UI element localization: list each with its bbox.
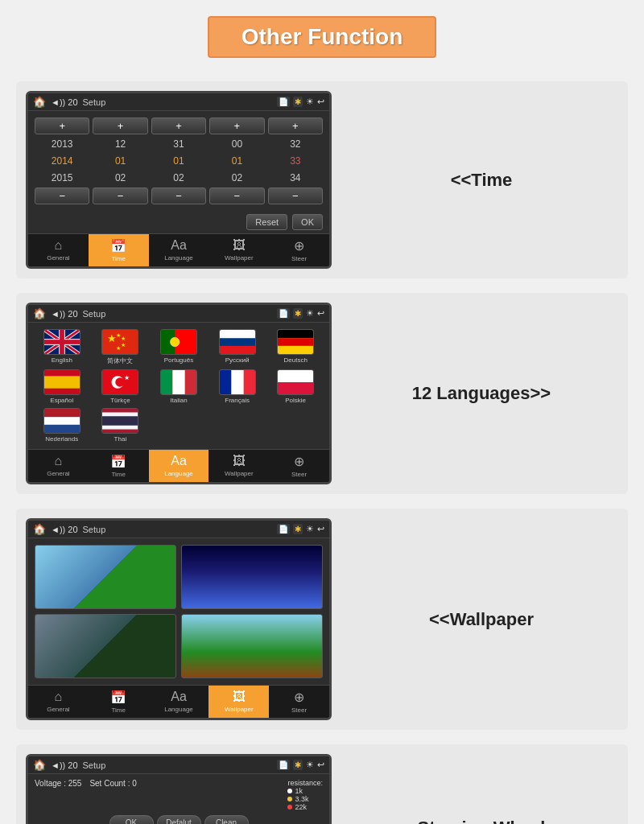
steer-resistance: resistance: 1k 3.3k 22k <box>287 779 323 811</box>
lang-thai[interactable]: Thai <box>93 408 148 443</box>
nav-steer-lang[interactable]: ⊕ Steer <box>269 450 329 482</box>
nav-wallpaper-lang-label: Wallpaper <box>225 470 254 477</box>
svg-rect-31 <box>161 370 172 395</box>
lang-english[interactable]: English <box>35 329 89 365</box>
dot-1k <box>287 789 292 793</box>
home-icon3[interactable]: 🏠 <box>33 523 46 535</box>
status-icons3: 📄 ✱ ☀ ↩ <box>277 524 324 534</box>
day-down[interactable]: − <box>151 187 206 204</box>
time-label: <<Time <box>345 170 618 191</box>
home-icon[interactable]: 🏠 <box>33 96 46 108</box>
hour-next: 02 <box>209 171 264 185</box>
calendar-icon: 📅 <box>110 238 126 253</box>
lang-polish[interactable]: Polskie <box>268 369 323 404</box>
nav-wallpaper-wp[interactable]: 🖼 Wallpaper <box>208 686 269 718</box>
home-icon4[interactable]: 🏠 <box>33 759 46 771</box>
lang-topbar: 🏠 ◄)) 20 Setup 📄 ✱ ☀ ↩ <box>28 305 329 323</box>
sd-icon4: 📄 <box>277 760 290 770</box>
svg-text:★: ★ <box>124 374 130 381</box>
brightness-icon3[interactable]: ☀ <box>306 524 314 534</box>
nav-wallpaper-lang[interactable]: 🖼 Wallpaper <box>208 450 269 482</box>
flag-china: ★ ★ ★ ★ ★ <box>101 329 138 355</box>
nav-steer[interactable]: ⊕ Steer <box>269 234 329 266</box>
flag-turkey: ★ <box>101 369 138 395</box>
brightness-icon[interactable]: ☀ <box>306 97 314 107</box>
wallpaper-4[interactable] <box>181 614 323 678</box>
nav-wallpaper[interactable]: 🖼 Wallpaper <box>208 234 269 266</box>
nav-language-lang[interactable]: Aa Language <box>149 450 209 482</box>
reset-button[interactable]: Reset <box>246 214 287 230</box>
nav-steer-wp[interactable]: ⊕ Steer <box>269 686 329 718</box>
wallpaper-3[interactable] <box>35 614 176 678</box>
min-down[interactable]: − <box>268 187 323 204</box>
flag-russia <box>219 329 256 355</box>
wp-topbar: 🏠 ◄)) 20 Setup 📄 ✱ ☀ ↩ <box>28 521 329 538</box>
wallpaper-1[interactable] <box>35 545 176 609</box>
flag-uk <box>43 329 80 355</box>
back-icon2[interactable]: ↩ <box>317 308 324 319</box>
time-topbar: 🏠 ◄)) 20 Setup 📄 ✱ ☀ ↩ <box>28 93 329 111</box>
clean-button[interactable]: Clean <box>204 815 249 824</box>
svg-rect-32 <box>172 370 184 395</box>
nav-time-lang[interactable]: 📅 Time <box>89 450 149 482</box>
month-up[interactable]: + <box>93 117 147 134</box>
lang-spanish-label: Español <box>50 397 73 404</box>
day-col: + 31 01 02 − <box>151 117 206 204</box>
volume-icon4: ◄)) 20 <box>51 760 78 770</box>
wallpaper-2[interactable] <box>181 545 323 609</box>
day-up[interactable]: + <box>151 117 206 134</box>
status-icons4: 📄 ✱ ☀ ↩ <box>277 760 324 770</box>
year-col: + 2013 2014 2015 − <box>35 117 89 204</box>
nav-time-wp-label: Time <box>111 707 125 714</box>
nav-time-wp[interactable]: 📅 Time <box>89 686 149 718</box>
nav-language-wp[interactable]: Aa Language <box>149 686 209 718</box>
steer-info-row: Voltage : 255 Set Count : 0 resistance: … <box>35 779 323 811</box>
steer-info-left: Voltage : 255 Set Count : 0 <box>35 779 137 788</box>
lang-spanish[interactable]: Español <box>35 369 89 404</box>
ok-steer-button[interactable]: OK <box>109 815 154 824</box>
lang-dutch[interactable]: Nederlands <box>35 408 89 443</box>
wallpaper-label: <<Wallpaper <box>345 609 618 630</box>
time-grid: + 2013 2014 2015 − + 12 01 02 − + 31 01 … <box>28 111 329 211</box>
hour-down[interactable]: − <box>209 187 264 204</box>
default-button[interactable]: Defalut <box>157 815 201 824</box>
nav-time[interactable]: 📅 Time <box>89 234 149 266</box>
nav-language[interactable]: Aa Language <box>149 234 209 266</box>
flag-thailand <box>101 408 138 434</box>
back-icon3[interactable]: ↩ <box>317 524 324 534</box>
lang-russian[interactable]: Русский <box>210 329 265 365</box>
lang-italian[interactable]: Italian <box>151 369 206 404</box>
nav-general-wp[interactable]: ⌂ General <box>28 686 89 718</box>
nav-general[interactable]: ⌂ General <box>28 234 89 266</box>
wp-nav-bar: ⌂ General 📅 Time Aa Language 🖼 Wallpaper… <box>28 685 329 718</box>
back-icon[interactable]: ↩ <box>317 97 324 107</box>
nav-steer-lang-label: Steer <box>291 471 307 478</box>
lang-portuguese[interactable]: Português <box>151 329 206 365</box>
lang-turkish[interactable]: ★ Türkçe <box>93 369 148 404</box>
year-down[interactable]: − <box>35 187 89 204</box>
wallpaper-icon2: 🖼 <box>233 454 246 468</box>
home-icon2[interactable]: 🏠 <box>33 307 46 319</box>
dot-3k <box>287 797 292 801</box>
ok-button[interactable]: OK <box>292 214 323 230</box>
brightness-icon2[interactable]: ☀ <box>306 308 314 319</box>
hour-up[interactable]: + <box>209 117 264 134</box>
min-cur: 33 <box>268 154 323 168</box>
nav-general-lang[interactable]: ⌂ General <box>28 450 89 482</box>
lang-german[interactable]: Deutsch <box>268 329 323 365</box>
min-up[interactable]: + <box>268 117 323 134</box>
flag-netherlands <box>43 408 80 434</box>
sd-icon2: 📄 <box>277 308 290 319</box>
brightness-icon4[interactable]: ☀ <box>306 760 314 770</box>
lang-chinese[interactable]: ★ ★ ★ ★ ★ 简体中文 <box>93 329 148 365</box>
lang-icon3: Aa <box>171 690 187 704</box>
wallpaper-icon: 🖼 <box>233 238 246 253</box>
lang-french[interactable]: Français <box>210 369 265 404</box>
wallpaper-grid <box>28 538 329 685</box>
steer-icon: ⊕ <box>294 238 304 253</box>
back-icon4[interactable]: ↩ <box>317 760 324 770</box>
month-down[interactable]: − <box>93 187 147 204</box>
year-up[interactable]: + <box>35 117 89 134</box>
bt-icon2: ✱ <box>293 308 303 319</box>
calendar-icon3: 📅 <box>110 690 126 705</box>
